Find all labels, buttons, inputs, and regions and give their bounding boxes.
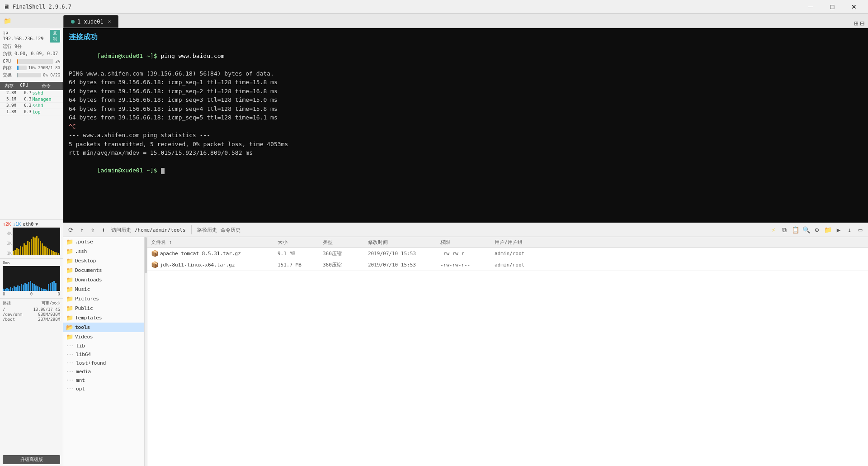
- file-row-0[interactable]: 📦 apache-tomcat-8.5.31.tar.gz 9.1 MB 360…: [147, 248, 868, 259]
- download-icon[interactable]: ↓: [845, 226, 854, 234]
- tree-item-desktop[interactable]: 📁 Desktop: [63, 256, 144, 266]
- tree-item-opt[interactable]: ··· opt: [63, 385, 144, 393]
- file-cell-owner-0: admin/root: [495, 251, 549, 257]
- left-sidebar: IP 192.168.236.129 复制 运行 9分 负载 0.00, 0.0…: [0, 28, 63, 466]
- maximize-button[interactable]: □: [822, 0, 843, 14]
- tree-item-lib64[interactable]: ··· lib64: [63, 350, 144, 359]
- file-row-1[interactable]: 📦 jdk-8u11-linux-x64.tar.gz 151.7 MB 360…: [147, 259, 868, 271]
- main-layout: IP 192.168.236.129 复制 运行 9分 负载 0.00, 0.0…: [0, 28, 868, 466]
- tree-item-lostfound[interactable]: ··· lost+found: [63, 359, 144, 367]
- close-button[interactable]: ✕: [844, 0, 864, 14]
- dots-icon-lib: ···: [66, 343, 74, 348]
- tree-scrollbar[interactable]: [145, 237, 147, 466]
- net-header: ↑2K ↓1K eth0 ▼: [3, 222, 60, 227]
- proc-row-1[interactable]: 5.1M 0.3 Managen: [0, 96, 63, 103]
- search-icon[interactable]: 🔍: [802, 226, 810, 234]
- mem-label: 内存: [3, 65, 15, 71]
- terminal[interactable]: 连接成功 [admin@xude01 ~]$ ping www.baidu.co…: [63, 28, 868, 223]
- tree-item-mnt[interactable]: ··· mnt: [63, 376, 144, 385]
- mem-metric: 内存 16% 296M/1.8G: [3, 65, 60, 71]
- file-cell-perm-1: -rw-rw-r--: [440, 262, 495, 268]
- tree-item-public[interactable]: 📁 Public: [63, 304, 144, 313]
- proc-row-2[interactable]: 3.9M 0.3 sshd: [0, 103, 63, 109]
- tree-item-music[interactable]: 📁 Music: [63, 285, 144, 294]
- tree-item-pictures[interactable]: 📁 Pictures: [63, 294, 144, 304]
- col-header-owner[interactable]: 用户/用户组: [495, 239, 549, 246]
- terminal-line-0: [admin@xude01 ~]$ ping www.baidu.com: [69, 43, 863, 69]
- tree-item-media[interactable]: ··· media: [63, 367, 144, 376]
- play-icon[interactable]: ▶: [835, 226, 843, 234]
- tab-xude01[interactable]: 1 xude01 ✕: [63, 15, 118, 28]
- proc-cmd-2: sshd: [33, 103, 61, 108]
- latency-monitor: 0ms 0 0 0: [0, 258, 63, 298]
- proc-row-3[interactable]: 1.3M 0.3 top: [0, 109, 63, 115]
- directory-tree: 📁 .pulse 📁 .ssh 📁 Desktop 📁 Documents 📁: [63, 237, 145, 466]
- nav-folder-icon[interactable]: 📁: [4, 17, 11, 24]
- net-monitor: ↑2K ↓1K eth0 ▼ 4K 3K 1K: [0, 219, 63, 258]
- toolbar-separator: [191, 225, 192, 234]
- swap-val: 0% 0/2G: [43, 73, 60, 77]
- col-header-date[interactable]: 修改时间: [368, 239, 440, 246]
- disk-avail-0: 13.9G/17.4G: [23, 307, 60, 312]
- dots-icon-opt: ···: [66, 386, 74, 391]
- tree-item-templates[interactable]: 📁 Templates: [63, 313, 144, 323]
- col-header-name[interactable]: 文件名 ↑: [151, 239, 278, 246]
- lightning-icon[interactable]: ⚡: [769, 226, 778, 234]
- cmd-history-label[interactable]: 命令历史: [221, 227, 241, 233]
- clipboard-icon[interactable]: 📋: [791, 226, 799, 234]
- proc-row-0[interactable]: 2.3M 0.7 sshd: [0, 90, 63, 96]
- file-panel: 📁 .pulse 📁 .ssh 📁 Desktop 📁 Documents 📁: [63, 237, 868, 466]
- proc-cpu-1: 0.3: [17, 97, 33, 102]
- col-header-type[interactable]: 类型: [323, 239, 368, 246]
- upload-icon[interactable]: ↑: [78, 226, 86, 234]
- terminal-line-7: ^C: [69, 122, 863, 131]
- access-history-label[interactable]: 访问历史: [111, 227, 131, 233]
- folder-icon[interactable]: 📁: [824, 226, 832, 234]
- tree-item-ssh[interactable]: 📁 .ssh: [63, 247, 144, 256]
- terminal-line-2: 64 bytes from 39.156.66.18: icmp_seq=1 t…: [69, 78, 863, 87]
- tree-item-videos[interactable]: 📁 Videos: [63, 332, 144, 342]
- tree-item-tools[interactable]: 📂 tools: [63, 323, 144, 332]
- upload2-icon[interactable]: ⇧: [89, 226, 97, 234]
- tab-close-button[interactable]: ✕: [108, 19, 111, 24]
- net-iface: eth0: [23, 222, 33, 227]
- tree-label-opt: opt: [76, 386, 85, 392]
- tree-item-pulse[interactable]: 📁 .pulse: [63, 237, 144, 247]
- proc-cmd-1: Managen: [33, 97, 61, 102]
- tree-item-downloads[interactable]: 📁 Downloads: [63, 275, 144, 285]
- file-cell-type-0: 360压缩: [323, 250, 368, 257]
- col-header-size[interactable]: 大小: [278, 239, 323, 246]
- app-icon: 🖥: [4, 3, 10, 10]
- path-history-label[interactable]: 路径历史: [197, 227, 217, 233]
- grid-view-icon[interactable]: ⊞: [854, 19, 859, 28]
- tree-item-lib[interactable]: ··· lib: [63, 342, 144, 350]
- disk-row-0: / 13.9G/17.4G: [3, 307, 60, 312]
- file-cell-name-1: 📦 jdk-8u11-linux-x64.tar.gz: [151, 261, 278, 268]
- dots-icon-lostfound: ···: [66, 361, 74, 366]
- upload3-icon[interactable]: ⬆: [99, 226, 108, 234]
- window-icon[interactable]: ▭: [856, 226, 864, 234]
- refresh-icon[interactable]: ⟳: [67, 226, 75, 234]
- titlebar: 🖥 FinalShell 2.9.6.7 ─ □ ✕: [0, 0, 868, 14]
- copy-ip-button[interactable]: 复制: [50, 30, 60, 43]
- sidebar-info: IP 192.168.236.129 复制 运行 9分 负载 0.00, 0.0…: [0, 28, 63, 81]
- proc-header-cmd: 命令: [32, 83, 61, 89]
- minimize-button[interactable]: ─: [800, 0, 821, 14]
- proc-mem-1: 5.1M: [2, 97, 17, 102]
- terminal-line-9: 5 packets transmitted, 5 received, 0% pa…: [69, 140, 863, 149]
- copy-icon[interactable]: ⧉: [780, 226, 788, 234]
- upgrade-button[interactable]: 升级高级版: [3, 455, 60, 464]
- terminal-success: 连接成功: [69, 32, 863, 43]
- settings-icon[interactable]: ⚙: [813, 226, 821, 234]
- tree-item-documents[interactable]: 📁 Documents: [63, 266, 144, 275]
- current-path: /home/admin/tools: [135, 227, 186, 233]
- tree-label-mnt: mnt: [76, 377, 85, 383]
- file-list-area: 文件名 ↑ 大小 类型 修改时间 权限 用户/用户组 📦 apache-tomc…: [147, 237, 868, 466]
- split-view-icon[interactable]: ⊟: [860, 19, 864, 28]
- col-header-perm[interactable]: 权限: [440, 239, 495, 246]
- tree-label-downloads: Downloads: [75, 277, 102, 283]
- file-cell-type-1: 360压缩: [323, 262, 368, 268]
- net-dropdown-icon[interactable]: ▼: [35, 222, 38, 227]
- titlebar-left: 🖥 FinalShell 2.9.6.7: [4, 3, 71, 10]
- proc-cpu-0: 0.7: [17, 90, 33, 95]
